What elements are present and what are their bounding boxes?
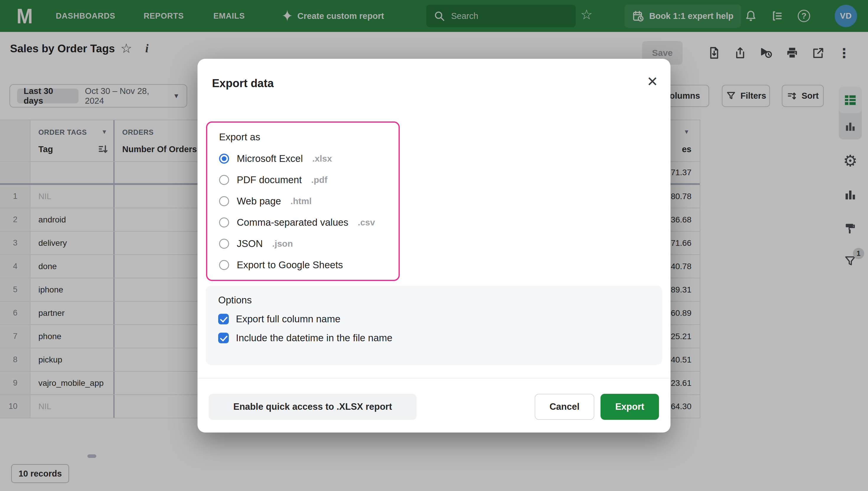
radio-extension: .csv	[358, 218, 375, 228]
checkbox-checked-icon[interactable]	[218, 333, 229, 343]
radio-icon[interactable]	[219, 196, 229, 206]
radio-icon[interactable]	[219, 239, 229, 249]
export-as-heading: Export as	[219, 132, 387, 143]
cancel-button[interactable]: Cancel	[535, 394, 594, 420]
quick-access-button[interactable]: Enable quick access to .XLSX report	[209, 394, 416, 420]
radio-option-google-sheets[interactable]: Export to Google Sheets	[219, 254, 387, 276]
radio-icon[interactable]	[219, 218, 229, 228]
export-format-radio-group: Microsoft Excel .xlsx PDF document .pdf …	[219, 148, 387, 276]
radio-label: JSON	[237, 238, 263, 249]
radio-option-json[interactable]: JSON .json	[219, 233, 387, 254]
radio-label: PDF document	[237, 174, 302, 185]
export-data-modal: Export data ✕ Export as Microsoft Excel …	[197, 59, 671, 433]
checkbox-export-full-column-name[interactable]: Export full column name	[218, 313, 650, 325]
export-button[interactable]: Export	[600, 394, 659, 420]
radio-option-pdf[interactable]: PDF document .pdf	[219, 169, 387, 191]
radio-extension: .json	[272, 239, 293, 249]
checkbox-include-datetime[interactable]: Include the datetime in the file name	[218, 333, 650, 344]
modal-footer-divider	[197, 378, 671, 378]
radio-label: Microsoft Excel	[237, 153, 303, 164]
radio-label: Comma-separated values	[237, 217, 348, 228]
close-icon[interactable]: ✕	[647, 75, 658, 88]
export-options-panel: Options Export full column name Include …	[206, 286, 662, 365]
radio-option-html[interactable]: Web page .html	[219, 191, 387, 212]
checkbox-label: Include the datetime in the file name	[236, 333, 392, 344]
radio-icon[interactable]	[219, 175, 229, 185]
app-root: M DASHBOARDS REPORTS EMAILS ✦ Create cus…	[0, 0, 868, 491]
radio-selected-icon[interactable]	[219, 154, 229, 164]
modal-title: Export data	[212, 77, 274, 90]
checkbox-label: Export full column name	[236, 313, 340, 325]
radio-extension: .pdf	[311, 175, 328, 185]
radio-extension: .html	[290, 196, 312, 206]
radio-option-xlsx[interactable]: Microsoft Excel .xlsx	[219, 148, 387, 169]
radio-label: Web page	[237, 196, 281, 207]
radio-option-csv[interactable]: Comma-separated values .csv	[219, 212, 387, 233]
radio-icon[interactable]	[219, 260, 229, 270]
export-as-highlight-box: Export as Microsoft Excel .xlsx PDF docu…	[206, 121, 400, 281]
checkbox-checked-icon[interactable]	[218, 314, 229, 324]
options-heading: Options	[218, 294, 650, 306]
radio-extension: .xlsx	[312, 154, 332, 164]
radio-label: Export to Google Sheets	[237, 259, 343, 270]
